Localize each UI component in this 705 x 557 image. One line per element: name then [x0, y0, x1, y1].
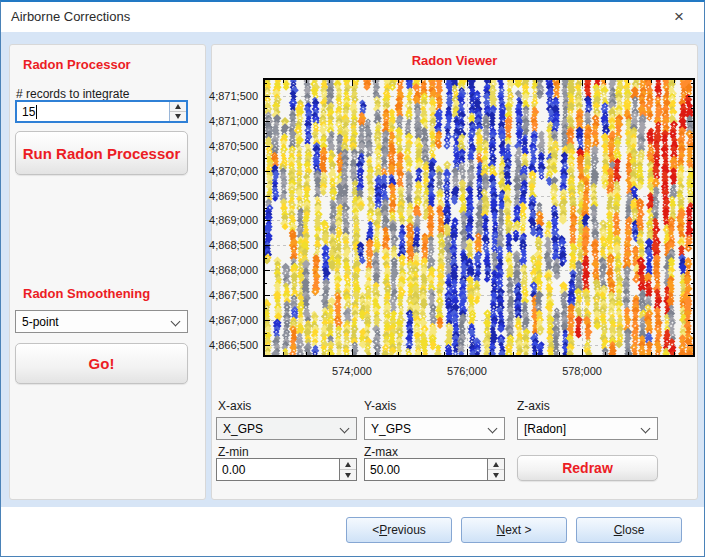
z-min-value: 0.00 — [222, 463, 245, 477]
radon-viewer-title: Radon Viewer — [212, 53, 697, 68]
smoothing-value: 5-point — [22, 315, 59, 329]
y-tick-label: 4;870;000 — [209, 165, 258, 177]
y-tick-label: 4;871;500 — [209, 90, 258, 102]
radon-viewer-panel: Radon Viewer 4;871;5004;871;0004;870;500… — [211, 44, 698, 500]
radon-processor-heading: Radon Processor — [23, 57, 131, 72]
go-button[interactable]: Go! — [15, 343, 188, 384]
z-min-label: Z-min — [218, 445, 249, 459]
y-tick-label: 4;868;500 — [209, 239, 258, 251]
close-button[interactable]: Close — [576, 517, 682, 543]
x-tick-label: 574;000 — [322, 365, 382, 377]
redraw-button-label: Redraw — [562, 460, 613, 476]
y-tick-label: 4;869;000 — [209, 214, 258, 226]
y-tick-label: 4;869;500 — [209, 190, 258, 202]
spin-down-icon[interactable] — [340, 470, 356, 480]
close-icon[interactable]: × — [660, 4, 698, 29]
y-tick-label: 4;867;000 — [209, 314, 258, 326]
previous-button[interactable]: < Previous — [346, 517, 452, 543]
z-axis-value: [Radon] — [524, 422, 566, 436]
z-min-input[interactable]: 0.00 — [216, 458, 357, 481]
chevron-down-icon — [340, 424, 350, 434]
airborne-corrections-dialog: Airborne Corrections × Radon Processor #… — [0, 0, 705, 557]
spin-up-icon[interactable] — [340, 459, 356, 470]
radon-processor-panel: Radon Processor # records to integrate 1… — [9, 44, 206, 500]
y-tick-label: 4;870;500 — [209, 140, 258, 152]
smoothing-dropdown[interactable]: 5-point — [15, 310, 188, 333]
records-to-integrate-input[interactable]: 15 — [15, 100, 188, 123]
chevron-down-icon — [488, 424, 498, 434]
x-tick-label: 578;000 — [552, 365, 612, 377]
window-title: Airborne Corrections — [11, 9, 130, 24]
titlebar: Airborne Corrections × — [1, 2, 704, 32]
spin-up-icon[interactable] — [488, 459, 504, 470]
x-axis-value: X_GPS — [223, 422, 263, 436]
go-button-label: Go! — [89, 355, 115, 372]
spin-down-icon[interactable] — [170, 112, 186, 121]
dialog-body: Radon Processor # records to integrate 1… — [1, 32, 704, 507]
radon-plot[interactable] — [263, 78, 695, 357]
z-min-spinner[interactable] — [339, 459, 356, 480]
y-axis-dropdown[interactable]: Y_GPS — [364, 417, 505, 440]
y-tick-label: 4;867;500 — [209, 289, 258, 301]
y-axis-label: Y-axis — [364, 399, 396, 413]
records-to-integrate-label: # records to integrate — [16, 87, 129, 101]
z-axis-label: Z-axis — [517, 399, 550, 413]
redraw-button[interactable]: Redraw — [517, 455, 658, 481]
radon-smoothening-heading: Radon Smoothening — [23, 286, 150, 301]
chevron-down-icon — [171, 317, 181, 327]
x-axis-dropdown[interactable]: X_GPS — [216, 417, 357, 440]
next-button[interactable]: Next > — [461, 517, 567, 543]
z-max-value: 50.00 — [370, 463, 400, 477]
z-axis-dropdown[interactable]: [Radon] — [517, 417, 658, 440]
y-tick-label: 4;866;500 — [209, 339, 258, 351]
z-max-label: Z-max — [364, 445, 398, 459]
spin-up-icon[interactable] — [170, 102, 186, 112]
records-value: 15 — [22, 105, 35, 119]
chevron-down-icon — [641, 424, 651, 434]
x-tick-label: 576;000 — [437, 365, 497, 377]
radon-scatter-canvas[interactable] — [265, 80, 693, 355]
z-max-spinner[interactable] — [487, 459, 504, 480]
y-tick-label: 4;871;000 — [209, 115, 258, 127]
text-caret — [36, 105, 37, 119]
x-axis-label: X-axis — [218, 399, 251, 413]
y-tick-label: 4;868;000 — [209, 264, 258, 276]
run-radon-processor-button[interactable]: Run Radon Processor — [15, 131, 188, 175]
spin-down-icon[interactable] — [488, 470, 504, 480]
run-button-label: Run Radon Processor — [23, 145, 181, 162]
y-axis-value: Y_GPS — [371, 422, 411, 436]
z-max-input[interactable]: 50.00 — [364, 458, 505, 481]
records-spinner[interactable] — [169, 102, 186, 121]
